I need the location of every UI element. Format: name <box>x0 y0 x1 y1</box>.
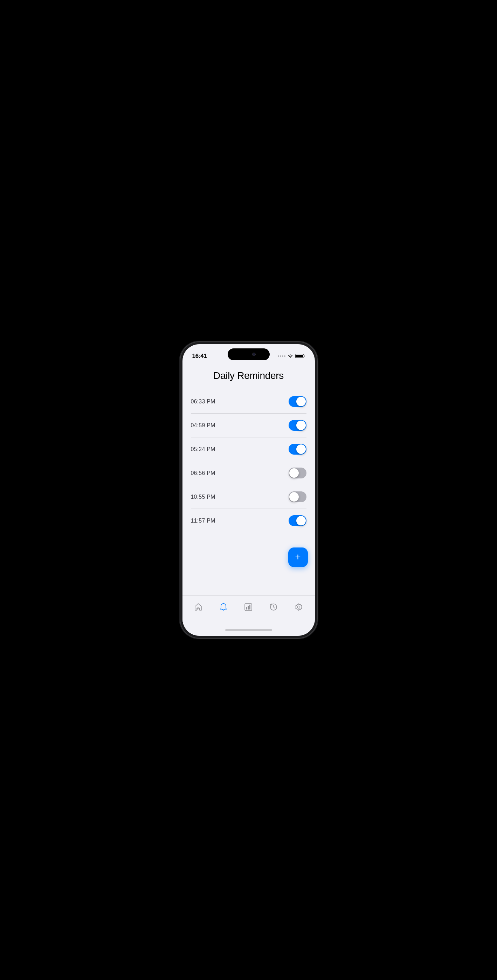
reminder-time: 10:55 PM <box>191 494 215 500</box>
reminder-item: 06:56 PM <box>191 461 306 485</box>
main-content: Daily Reminders 06:33 PM04:59 PM05:24 PM… <box>183 363 315 595</box>
home-icon <box>194 603 203 612</box>
front-camera <box>252 353 256 356</box>
toggle-track <box>289 515 306 526</box>
toggle-track <box>289 444 306 455</box>
add-reminder-button[interactable]: + <box>288 547 308 567</box>
reminder-item: 10:55 PM <box>191 485 306 509</box>
reminder-time: 05:24 PM <box>191 446 215 452</box>
toggle-thumb <box>296 421 306 430</box>
home-indicator <box>183 624 315 636</box>
reminder-item: 05:24 PM <box>191 438 306 461</box>
page-title: Daily Reminders <box>183 363 315 390</box>
reminder-time: 04:59 PM <box>191 422 215 429</box>
nav-history[interactable] <box>261 603 286 612</box>
toggle-thumb <box>289 492 299 501</box>
svg-rect-3 <box>248 606 249 609</box>
reminder-item: 06:33 PM <box>191 390 306 414</box>
nav-stats[interactable] <box>236 603 261 612</box>
add-icon: + <box>295 552 300 562</box>
toggle-reminder-2[interactable] <box>289 420 306 431</box>
chart-icon <box>244 603 253 612</box>
home-bar <box>225 629 272 631</box>
toggle-track <box>289 396 306 407</box>
toggle-reminder-6[interactable] <box>289 515 306 526</box>
dynamic-island <box>228 348 270 360</box>
reminder-item: 11:57 PM <box>191 509 306 532</box>
toggle-thumb <box>289 468 299 478</box>
signal-icon <box>278 355 286 357</box>
toggle-reminder-1[interactable] <box>289 396 306 407</box>
toggle-reminder-4[interactable] <box>289 468 306 479</box>
phone-device: 16:41 <box>180 342 317 638</box>
svg-rect-2 <box>246 607 247 609</box>
gear-icon <box>294 603 303 612</box>
status-icons <box>278 354 305 358</box>
wifi-icon <box>287 354 293 358</box>
svg-point-6 <box>297 606 300 608</box>
status-time: 16:41 <box>192 353 207 360</box>
toggle-track <box>289 492 306 502</box>
reminder-time: 06:33 PM <box>191 399 215 405</box>
toggle-track <box>289 420 306 431</box>
reminder-time: 11:57 PM <box>191 518 215 524</box>
nav-settings[interactable] <box>286 603 311 612</box>
bell-icon <box>219 603 228 612</box>
status-bar: 16:41 <box>183 344 315 363</box>
toggle-reminder-5[interactable] <box>289 492 306 502</box>
bottom-nav <box>183 595 315 624</box>
toggle-thumb <box>296 444 306 454</box>
reminder-item: 04:59 PM <box>191 414 306 438</box>
phone-screen: 16:41 <box>183 344 315 636</box>
nav-reminders[interactable] <box>211 603 236 612</box>
history-icon <box>269 603 278 612</box>
toggle-reminder-3[interactable] <box>289 444 306 455</box>
battery-icon <box>295 354 305 358</box>
reminder-time: 06:56 PM <box>191 470 215 476</box>
svg-rect-4 <box>249 605 251 609</box>
toggle-thumb <box>296 516 306 525</box>
nav-home[interactable] <box>186 603 211 612</box>
toggle-track <box>289 468 306 479</box>
toggle-thumb <box>296 397 306 406</box>
